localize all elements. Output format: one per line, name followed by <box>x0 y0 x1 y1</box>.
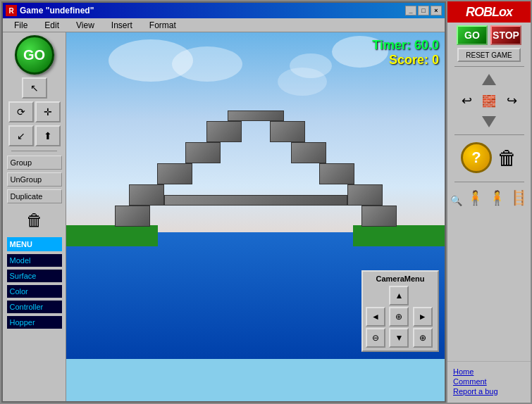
brick-icon[interactable]: 🧱 <box>479 91 499 111</box>
duplicate-button[interactable]: Duplicate <box>7 189 62 203</box>
menu-label: MENU <box>7 237 62 251</box>
move-tool[interactable]: ✛ <box>35 101 61 122</box>
go-button[interactable]: GO <box>15 35 54 75</box>
hopper-button[interactable]: Hopper <box>7 316 62 329</box>
reset-button[interactable]: RESET GAME <box>457 48 521 62</box>
figure-magnify-icon[interactable]: 🔍 <box>450 195 462 206</box>
color-button[interactable]: Color <box>7 285 62 298</box>
timer-display: Timer: 60.0 <box>372 38 439 53</box>
camera-left-button[interactable]: ◄ <box>366 307 385 327</box>
bridge-structure <box>115 114 397 227</box>
group-button[interactable]: Group <box>7 156 62 170</box>
left-toolbar: GO ↖ ⟳ ✛ ↙ ⬆ Group UnGroup Duplicate <box>3 32 66 401</box>
links-section: Home Comment Report a bug <box>447 361 531 403</box>
camera-right-button[interactable]: ► <box>413 307 433 327</box>
paint-tool[interactable]: ⬆ <box>35 125 61 146</box>
menu-view[interactable]: View <box>68 18 103 32</box>
menu-file[interactable]: File <box>6 18 36 32</box>
score-display: Score: 0 <box>372 53 439 68</box>
roblox-logo: ROBLox <box>466 5 512 20</box>
camera-zoom-in-button[interactable]: ⊕ <box>413 328 433 348</box>
game-viewport: Timer: 60.0 Score: 0 CameraMenu ▲ ◄ ⊕ ► … <box>66 32 445 401</box>
delete-button[interactable]: 🗑 <box>22 206 47 234</box>
menu-bar: File Edit View Insert Format <box>3 18 445 32</box>
rotate-right-icon[interactable]: ↪ <box>502 91 521 111</box>
timer-score-display: Timer: 60.0 Score: 0 <box>372 38 439 68</box>
select-tool[interactable]: ↖ <box>22 77 47 99</box>
minimize-button[interactable]: _ <box>405 6 416 15</box>
maximize-button[interactable]: □ <box>418 6 429 15</box>
figure-character-icon: 🧍 <box>466 189 484 206</box>
camera-up-button[interactable]: ▲ <box>389 286 409 305</box>
stop-button[interactable]: STOP <box>490 25 521 45</box>
ungroup-button[interactable]: UnGroup <box>7 172 62 187</box>
right-panel: ROBLox GO STOP RESET GAME ↩ 🧱 ↪ <box>446 1 531 403</box>
go-button-right[interactable]: GO <box>457 25 488 45</box>
figure-character2-icon: 🧍 <box>488 189 506 206</box>
right-platform <box>353 225 445 246</box>
camera-menu-title: CameraMenu <box>366 274 435 283</box>
controller-button[interactable]: Controller <box>7 301 62 313</box>
scroll-down-icon[interactable] <box>482 116 496 127</box>
character-icons: 🔍 🧍 🧍 🪜 <box>447 187 531 209</box>
left-platform <box>66 225 158 246</box>
help-button[interactable]: ? <box>461 142 492 173</box>
camera-down-button[interactable]: ▼ <box>389 328 409 348</box>
surface-button[interactable]: Surface <box>7 270 62 282</box>
title-icon: R <box>6 5 17 16</box>
scroll-up-icon[interactable] <box>482 74 496 85</box>
menu-format[interactable]: Format <box>141 18 185 32</box>
report-bug-link[interactable]: Report a bug <box>453 387 525 396</box>
rotate-left-icon[interactable]: ↩ <box>457 91 476 111</box>
figure-ladder-icon: 🪜 <box>510 189 528 206</box>
window-title: Game "undefined" <box>20 6 94 15</box>
camera-center-button[interactable]: ⊕ <box>389 307 409 327</box>
roblox-header: ROBLox <box>447 1 531 23</box>
menu-insert[interactable]: Insert <box>103 18 141 32</box>
close-button[interactable]: × <box>431 6 442 15</box>
scale-tool[interactable]: ↙ <box>8 125 34 146</box>
comment-link[interactable]: Comment <box>453 377 525 386</box>
model-button[interactable]: Model <box>7 254 62 267</box>
camera-zoom-out-button[interactable]: ⊖ <box>366 328 385 348</box>
menu-edit[interactable]: Edit <box>36 18 68 32</box>
rotate-tool[interactable]: ⟳ <box>8 101 34 122</box>
title-bar: R Game "undefined" _ □ × <box>3 3 445 18</box>
camera-menu: CameraMenu ▲ ◄ ⊕ ► ⊖ ▼ ⊕ <box>361 270 439 352</box>
home-link[interactable]: Home <box>453 367 525 376</box>
delete-right-button[interactable]: 🗑 <box>497 146 517 170</box>
